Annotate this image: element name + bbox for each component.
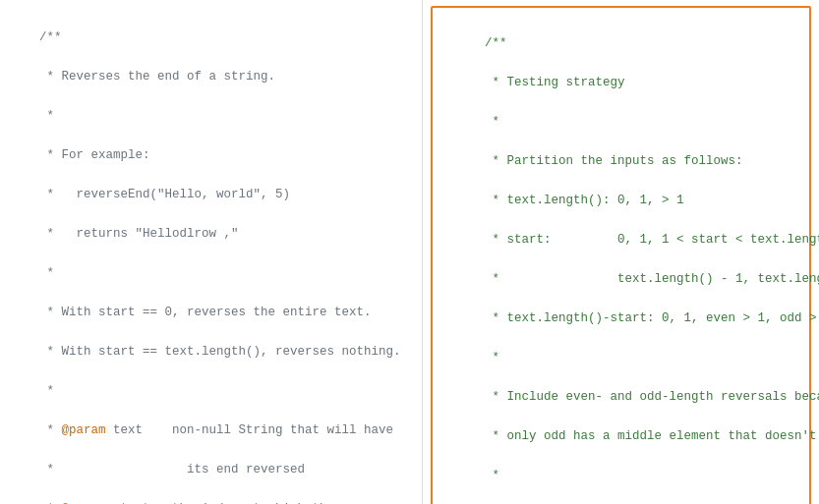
strategy-line: * text.length(): 0, 1, > 1 bbox=[485, 194, 684, 207]
strategy-line: /** bbox=[485, 36, 507, 50]
comment-line: /** bbox=[39, 30, 62, 44]
comment-line: * With start == text.length(), reverses … bbox=[39, 345, 401, 359]
comment-line: * bbox=[39, 384, 54, 398]
comment-line: * returns "Hellodlrow ," bbox=[39, 227, 239, 241]
comment-line: * With start == 0, reverses the entire t… bbox=[39, 306, 372, 319]
comment-line: * its end reversed bbox=[39, 463, 305, 476]
strategy-line: * bbox=[485, 115, 499, 129]
strategy-line: * text.length()-start: 0, 1, even > 1, o… bbox=[485, 311, 819, 325]
strategy-line: * Partition the inputs as follows: bbox=[485, 154, 743, 168]
left-panel: /** * Reverses the end of a string. * * … bbox=[0, 0, 423, 504]
comment-line: * For example: bbox=[39, 148, 150, 162]
strategy-line: * Testing strategy bbox=[485, 76, 625, 89]
strategy-line: * text.length() - 1, text.length() bbox=[485, 272, 819, 286]
right-panel: /** * Testing strategy * * Partition the… bbox=[423, 0, 819, 504]
strategy-line: * only odd has a middle element that doe… bbox=[485, 429, 819, 443]
strategy-code: /** * Testing strategy * * Partition the… bbox=[440, 14, 801, 504]
comment-line: * bbox=[39, 109, 54, 123]
strategy-line: * start: 0, 1, 1 < start < text.length()… bbox=[485, 233, 819, 247]
strategy-line: * Include even- and odd-length reversals… bbox=[485, 390, 819, 404]
comment-line: * @param text non-null String that will … bbox=[39, 423, 393, 437]
strategy-line: * bbox=[485, 351, 499, 364]
comment-line: * Reverses the end of a string. bbox=[39, 70, 275, 84]
comment-line: * bbox=[39, 266, 54, 280]
strategy-box: /** * Testing strategy * * Partition the… bbox=[431, 6, 811, 504]
comment-line: * reverseEnd("Hello, world", 5) bbox=[39, 188, 290, 201]
strategy-line: * bbox=[485, 469, 499, 482]
left-code: /** * Reverses the end of a string. * * … bbox=[10, 8, 412, 504]
